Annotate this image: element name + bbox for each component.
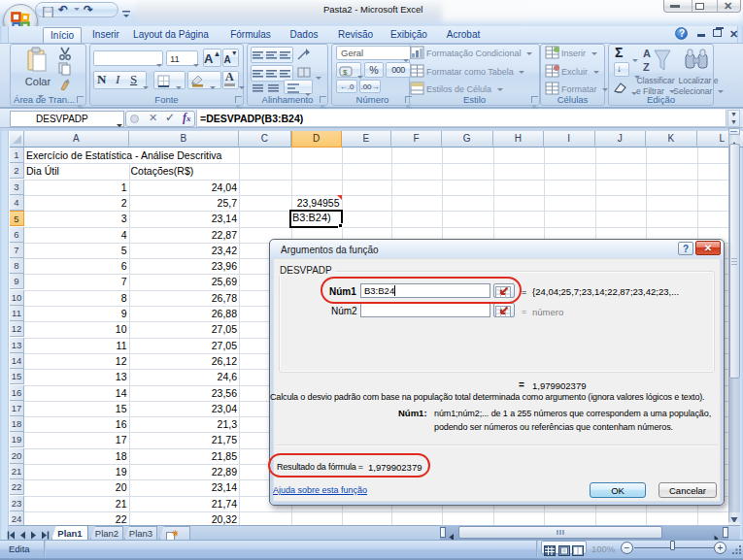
svg-text:$: $ [343,68,348,77]
svg-text:Z: Z [643,61,650,73]
svg-text:A: A [643,48,651,59]
